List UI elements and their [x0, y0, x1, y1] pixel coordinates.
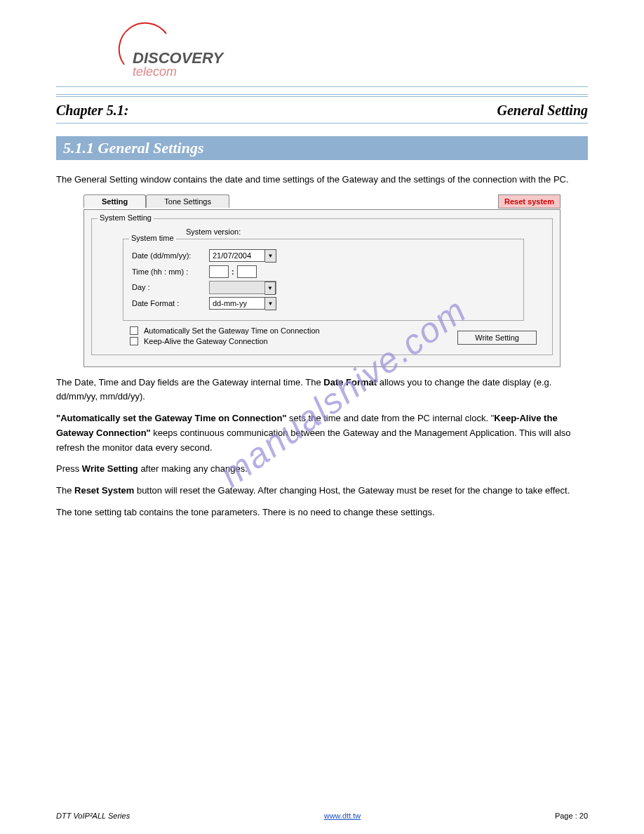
footer: DTT VoIP²ALL Series www.dtt.tw Page : 20	[56, 812, 588, 820]
divider	[56, 94, 588, 95]
intro-text: The General Setting window contains the …	[56, 173, 588, 187]
keep-alive-checkbox[interactable]	[130, 337, 138, 345]
system-setting-group-label: System Setting	[98, 213, 154, 222]
chapter-number: Chapter 5.1:	[56, 102, 128, 119]
section-title: 5.1.1 General Settings	[56, 136, 588, 160]
write-setting-button[interactable]: Write Setting	[457, 331, 537, 345]
date-label: Date (dd/mm/yy):	[132, 251, 209, 260]
system-version-label: System version:	[186, 227, 545, 236]
p2a: "Automatically set the Gateway Time on C…	[56, 413, 287, 423]
p3b: Write Setting	[82, 463, 138, 474]
date-dropdown-icon[interactable]: ▼	[265, 249, 276, 263]
divider	[56, 96, 588, 97]
auto-set-time-checkbox[interactable]	[130, 326, 138, 335]
tab-tone-settings[interactable]: Tone Settings	[146, 194, 229, 208]
logo-bottom: telecom	[133, 65, 177, 79]
time-minute-input[interactable]	[237, 265, 257, 278]
p5: The tone setting tab contains the tone p…	[56, 505, 588, 520]
settings-screenshot: Setting Tone Settings Reset system Syste…	[83, 194, 561, 367]
reset-system-button[interactable]: Reset system	[498, 194, 561, 208]
logo: DISCOVERY telecom	[116, 21, 588, 81]
tab-setting[interactable]: Setting	[83, 194, 146, 208]
day-label: Day :	[132, 283, 209, 291]
footer-left: DTT VoIP²ALL Series	[56, 812, 130, 820]
p4b: Reset System	[74, 485, 134, 496]
divider	[56, 123, 588, 124]
footer-link[interactable]: www.dtt.tw	[324, 812, 361, 820]
body-content: The Date, Time and Day fields are the Ga…	[56, 376, 588, 520]
date-input[interactable]: 21/07/2004	[209, 249, 265, 262]
date-format-dropdown-icon[interactable]: ▼	[265, 297, 276, 310]
time-label: Time (hh : mm) :	[132, 267, 209, 276]
date-format-label: Date Format :	[132, 299, 209, 307]
p3a: Press	[56, 463, 82, 474]
date-format-input[interactable]: dd-mm-yy	[209, 297, 265, 310]
p4a: The	[56, 485, 74, 496]
day-select[interactable]: ▼	[209, 281, 276, 294]
p4c: button will reset the Gateway. After cha…	[134, 485, 570, 496]
day-dropdown-icon[interactable]: ▼	[264, 282, 276, 295]
divider	[56, 86, 588, 87]
chapter-title: General Setting	[497, 102, 588, 119]
time-hour-input[interactable]	[209, 265, 229, 278]
p1b: Date Format	[323, 377, 377, 388]
time-colon: :	[232, 267, 234, 276]
chapter-header: Chapter 5.1: General Setting	[56, 102, 588, 119]
auto-set-time-label: Automatically Set the Gateway Time on Co…	[144, 326, 320, 335]
system-time-group-label: System time	[129, 234, 176, 242]
p1a: The Date, Time and Day fields are the Ga…	[56, 377, 323, 388]
keep-alive-label: Keep-Alive the Gateway Connection	[144, 337, 268, 345]
p2b: sets the time and date from the PC inter…	[287, 413, 495, 423]
footer-page: Page : 20	[555, 812, 588, 820]
p3c: after making any changes.	[138, 463, 248, 474]
